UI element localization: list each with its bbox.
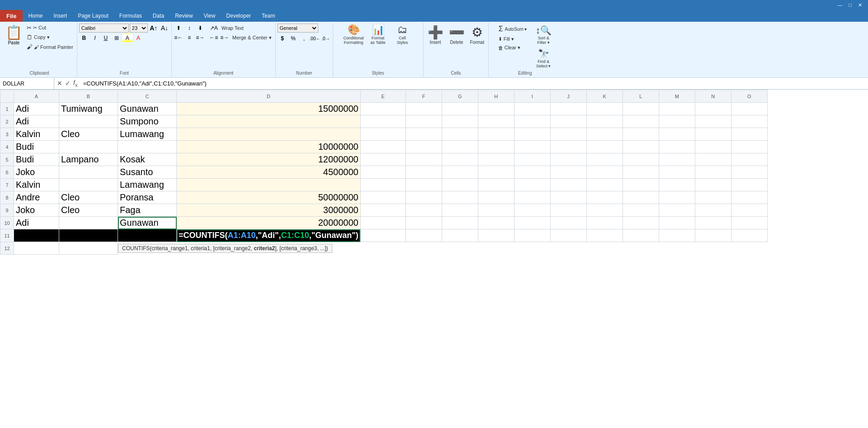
cell-B6[interactable] <box>59 166 118 179</box>
col-header-E[interactable]: E <box>360 90 406 103</box>
cell-E10[interactable] <box>360 217 406 229</box>
cell-J11[interactable] <box>550 229 586 242</box>
cell-D4[interactable]: 10000000 <box>177 141 361 153</box>
format-as-table-button[interactable]: 📊 Formatas Table <box>367 24 389 45</box>
autosum-button[interactable]: Σ AutoSum ▾ <box>496 24 533 34</box>
col-header-F[interactable]: F <box>406 90 442 103</box>
cell-M8[interactable] <box>659 191 695 204</box>
border-button[interactable]: ⊞ <box>112 33 122 43</box>
cell-A8[interactable]: Andre <box>14 191 59 204</box>
cell-K9[interactable] <box>586 204 623 217</box>
cell-G1[interactable] <box>442 103 478 115</box>
cell-M5[interactable] <box>659 153 695 166</box>
confirm-formula-btn[interactable]: ✓ <box>64 80 71 87</box>
cell-M9[interactable] <box>659 204 695 217</box>
increase-decimal-btn[interactable]: .00← <box>310 34 320 43</box>
cell-K8[interactable] <box>586 191 623 204</box>
cell-A9[interactable]: Joko <box>14 204 59 217</box>
cell-N6[interactable] <box>695 166 731 179</box>
cell-D5[interactable]: 12000000 <box>177 153 361 166</box>
cell-L1[interactable] <box>623 103 659 115</box>
cell-B2[interactable] <box>59 115 118 128</box>
cell-A10[interactable]: Adi <box>14 217 59 229</box>
cell-N11[interactable] <box>695 229 731 242</box>
fill-color-button[interactable]: A <box>123 33 132 43</box>
cell-N7[interactable] <box>695 179 731 191</box>
cell-D6[interactable]: 4500000 <box>177 166 361 179</box>
cell-N8[interactable] <box>695 191 731 204</box>
italic-button[interactable]: I <box>90 33 100 43</box>
font-name-select[interactable]: Calibri <box>79 24 129 33</box>
cell-O4[interactable] <box>731 141 767 153</box>
cell-C5[interactable]: Kosak <box>118 153 177 166</box>
cell-O6[interactable] <box>731 166 767 179</box>
cell-F10[interactable] <box>406 217 442 229</box>
cell-N4[interactable] <box>695 141 731 153</box>
cell-G7[interactable] <box>442 179 478 191</box>
cell-D10[interactable]: 20000000 <box>177 217 361 229</box>
row-header-3[interactable]: 3 <box>0 128 14 141</box>
col-header-N[interactable]: N <box>695 90 731 103</box>
cell-N10[interactable] <box>695 217 731 229</box>
cell-B4[interactable] <box>59 141 118 153</box>
cell-K5[interactable] <box>586 153 623 166</box>
cell-F9[interactable] <box>406 204 442 217</box>
cell-O7[interactable] <box>731 179 767 191</box>
align-right-btn[interactable]: ≡→ <box>195 33 205 42</box>
cell-J4[interactable] <box>550 141 586 153</box>
row-header-9[interactable]: 9 <box>0 204 14 217</box>
cell-I11[interactable] <box>514 229 550 242</box>
wrap-text-button[interactable]: Wrap Text <box>220 24 245 33</box>
cell-H10[interactable] <box>478 217 514 229</box>
cell-I7[interactable] <box>514 179 550 191</box>
cell-O5[interactable] <box>731 153 767 166</box>
cell-M3[interactable] <box>659 128 695 141</box>
cell-E2[interactable] <box>360 115 406 128</box>
cell-O9[interactable] <box>731 204 767 217</box>
percent-btn[interactable]: % <box>288 34 298 43</box>
menu-team[interactable]: Team <box>256 10 280 22</box>
name-box[interactable] <box>0 78 54 89</box>
cell-F1[interactable] <box>406 103 442 115</box>
cell-C9[interactable]: Faga <box>118 204 177 217</box>
cell-D11[interactable]: =COUNTIFS(A1:A10,"Adi",C1:C10,"Gunawan") <box>177 229 361 242</box>
cell-N3[interactable] <box>695 128 731 141</box>
cell-E5[interactable] <box>360 153 406 166</box>
cell-H11[interactable] <box>478 229 514 242</box>
cell-H9[interactable] <box>478 204 514 217</box>
cell-B10[interactable] <box>59 217 118 229</box>
cell-J6[interactable] <box>550 166 586 179</box>
cell-L10[interactable] <box>623 217 659 229</box>
insert-button[interactable]: ➕ Insert <box>425 24 446 46</box>
cell-B11[interactable] <box>59 229 118 242</box>
cell-A3[interactable]: Kalvin <box>14 128 59 141</box>
cell-E6[interactable] <box>360 166 406 179</box>
number-format-select[interactable]: General Number Currency Date Text <box>278 24 318 33</box>
cell-G8[interactable] <box>442 191 478 204</box>
cell-K4[interactable] <box>586 141 623 153</box>
cell-G9[interactable] <box>442 204 478 217</box>
col-header-A[interactable]: A <box>14 90 59 103</box>
row-header-8[interactable]: 8 <box>0 191 14 204</box>
col-header-I[interactable]: I <box>514 90 550 103</box>
bold-button[interactable]: B <box>79 33 89 43</box>
row-header-12[interactable]: 12 <box>0 242 14 255</box>
fill-button[interactable]: ⬇ Fill ▾ <box>496 35 533 43</box>
menu-file[interactable]: File <box>0 10 23 22</box>
paste-button[interactable]: 📋 Paste <box>4 24 24 46</box>
col-header-M[interactable]: M <box>659 90 695 103</box>
cell-C11[interactable] <box>118 229 177 242</box>
cell-O1[interactable] <box>731 103 767 115</box>
cell-G10[interactable] <box>442 217 478 229</box>
cell-F4[interactable] <box>406 141 442 153</box>
align-middle-btn[interactable]: ↕ <box>184 24 194 33</box>
cell-N2[interactable] <box>695 115 731 128</box>
cell-F6[interactable] <box>406 166 442 179</box>
format-painter-button[interactable]: 🖌 🖌 Format Painter <box>25 43 75 51</box>
align-center-btn[interactable]: ≡ <box>184 33 194 42</box>
delete-button[interactable]: ➖ Delete <box>447 24 467 46</box>
cell-L11[interactable] <box>623 229 659 242</box>
cell-K3[interactable] <box>586 128 623 141</box>
cell-D8[interactable]: 50000000 <box>177 191 361 204</box>
cell-F5[interactable] <box>406 153 442 166</box>
